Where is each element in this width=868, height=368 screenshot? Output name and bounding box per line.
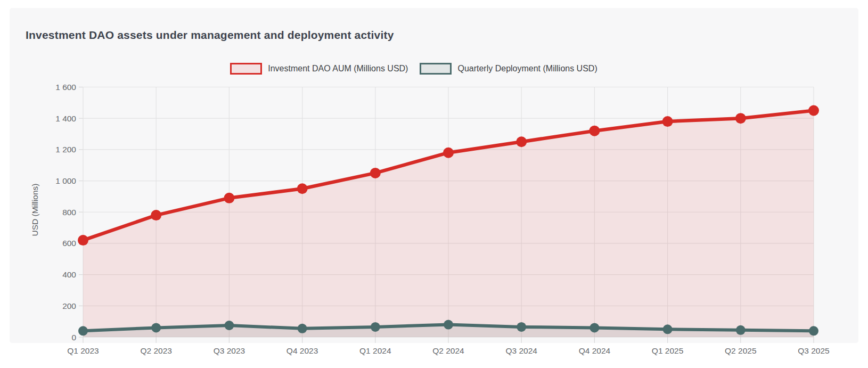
svg-text:Q3 2023: Q3 2023 [214, 346, 245, 355]
svg-text:800: 800 [62, 208, 76, 217]
svg-text:200: 200 [62, 301, 76, 310]
y-axis-title: USD (Millions) [30, 182, 40, 238]
data-point-0-10[interactable] [808, 105, 819, 116]
data-point-1-5[interactable] [444, 320, 453, 330]
svg-text:Q1 2024: Q1 2024 [359, 346, 391, 355]
legend-item-aum[interactable]: Investment DAO AUM (Millions USD) [230, 63, 408, 75]
svg-text:Q3 2025: Q3 2025 [798, 346, 829, 355]
svg-text:Q4 2024: Q4 2024 [579, 346, 611, 355]
data-point-0-0[interactable] [78, 235, 88, 246]
svg-text:Q2 2025: Q2 2025 [725, 346, 756, 355]
legend-swatch-aum-icon [230, 63, 262, 75]
data-point-0-3[interactable] [297, 183, 308, 194]
legend-label-deployment: Quarterly Deployment (Millions USD) [457, 64, 597, 73]
data-point-1-6[interactable] [517, 322, 526, 332]
svg-text:Q2 2023: Q2 2023 [140, 346, 171, 355]
data-point-0-9[interactable] [735, 113, 746, 124]
data-point-1-7[interactable] [589, 323, 599, 332]
svg-text:1 400: 1 400 [55, 114, 76, 123]
data-point-1-4[interactable] [371, 322, 380, 332]
data-point-1-9[interactable] [736, 325, 746, 335]
svg-text:400: 400 [62, 270, 76, 279]
chart-canvas[interactable]: 02004006008001 0001 2001 4001 600Q1 2023… [10, 8, 858, 368]
svg-text:Q1 2025: Q1 2025 [652, 346, 683, 355]
svg-text:Q3 2024: Q3 2024 [505, 346, 537, 355]
data-point-1-8[interactable] [663, 324, 673, 334]
legend-label-aum: Investment DAO AUM (Millions USD) [268, 64, 408, 73]
data-point-0-6[interactable] [516, 136, 527, 147]
data-point-0-7[interactable] [589, 126, 600, 136]
data-point-0-8[interactable] [662, 116, 673, 127]
data-point-0-5[interactable] [443, 148, 454, 158]
data-point-1-3[interactable] [298, 324, 307, 333]
legend-swatch-deployment-icon [420, 63, 452, 75]
svg-text:Q4 2023: Q4 2023 [286, 346, 318, 355]
svg-text:Q2 2024: Q2 2024 [432, 346, 464, 355]
data-point-0-1[interactable] [151, 210, 161, 220]
chart-legend: Investment DAO AUM (Millions USD) Quarte… [0, 63, 848, 75]
data-point-1-10[interactable] [809, 326, 818, 336]
data-point-1-0[interactable] [78, 326, 88, 336]
svg-text:1 000: 1 000 [55, 176, 76, 185]
legend-item-deployment[interactable]: Quarterly Deployment (Millions USD) [420, 63, 597, 75]
page: 02004006008001 0001 2001 4001 600Q1 2023… [0, 0, 868, 368]
svg-text:Q1 2023: Q1 2023 [67, 346, 99, 355]
svg-text:600: 600 [62, 239, 76, 248]
page-title: Investment DAO assets under management a… [26, 29, 394, 42]
data-point-0-4[interactable] [370, 168, 381, 178]
data-point-1-1[interactable] [151, 323, 161, 332]
data-point-1-2[interactable] [224, 321, 234, 330]
svg-text:0: 0 [71, 333, 76, 342]
data-point-0-2[interactable] [224, 193, 234, 203]
svg-text:1 600: 1 600 [55, 83, 76, 92]
svg-text:1 200: 1 200 [55, 145, 76, 154]
